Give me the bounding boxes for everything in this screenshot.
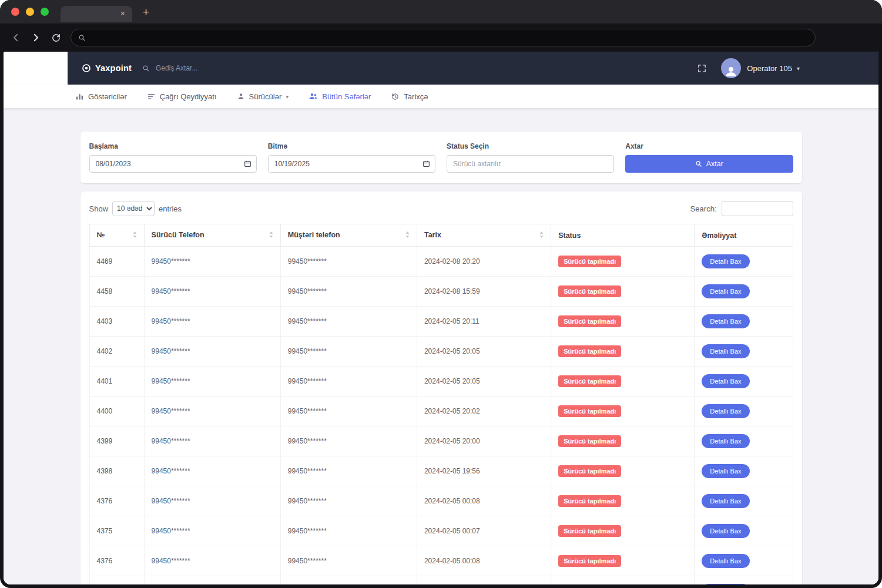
action-cell: Detallı Bax (695, 337, 793, 367)
date-cell: 2024-02-05 00:08 (417, 486, 551, 516)
close-window-button[interactable] (11, 8, 19, 16)
detail-button[interactable]: Detallı Bax (702, 584, 749, 584)
detail-button[interactable]: Detallı Bax (702, 314, 749, 328)
start-date-input[interactable] (89, 155, 257, 173)
menu-item-tarixce[interactable]: Tarixçə (391, 92, 428, 101)
menu-item-suruculer[interactable]: Sürücülər ▾ (237, 92, 289, 101)
trip-search-input[interactable] (155, 63, 243, 73)
column-header-status[interactable]: Status (551, 224, 695, 247)
table-row: 4376 99450******* 99450******* 2024-02-0… (89, 546, 793, 576)
date-cell: 2024-02-08 15:59 (417, 277, 551, 307)
detail-button[interactable]: Detallı Bax (702, 254, 749, 268)
action-cell: Detallı Bax (695, 516, 793, 546)
axtar-label: Axtar (625, 142, 793, 150)
detail-button[interactable]: Detallı Bax (702, 464, 749, 478)
date-cell: 2024-02-05 20:05 (417, 337, 551, 367)
trips-icon (308, 92, 318, 101)
brand-target-icon (82, 63, 91, 73)
table-body: 4469 99450******* 99450******* 2024-02-0… (89, 247, 793, 585)
action-cell: Detallı Bax (695, 247, 793, 277)
column-header-action[interactable]: Əməliyyat (695, 224, 793, 247)
status-badge: Sürücü tapılmadı (558, 345, 621, 357)
column-header-date[interactable]: Tarix (417, 224, 551, 247)
status-cell: Sürücü tapılmadı (551, 486, 695, 516)
table-card: Show 10 ədəd entries Search: (81, 191, 802, 584)
trip-number-cell: 4375 (89, 576, 144, 585)
detail-button[interactable]: Detallı Bax (702, 554, 749, 568)
action-cell: Detallı Bax (695, 456, 793, 486)
column-header-customer-phone[interactable]: Müştəri telefon (280, 224, 417, 247)
brand-logo[interactable]: Yaxpoint (82, 63, 132, 73)
status-select-input[interactable] (447, 155, 614, 173)
driver-phone-cell: 99450******* (144, 546, 280, 576)
browser-toolbar (0, 23, 882, 52)
filter-end-date: Bitmə (268, 142, 435, 173)
detail-button[interactable]: Detallı Bax (702, 524, 749, 538)
status-badge: Sürücü tapılmadı (558, 495, 621, 507)
page-size-select[interactable]: 10 ədəd (112, 201, 155, 216)
detail-button[interactable]: Detallı Bax (702, 344, 749, 358)
action-cell: Detallı Bax (695, 277, 793, 307)
back-icon (11, 32, 21, 43)
fullscreen-button[interactable] (697, 63, 707, 73)
user-menu[interactable]: Operator 105 ▾ (721, 58, 800, 78)
status-badge: Sürücü tapılmadı (558, 525, 621, 537)
customer-phone-cell: 99450******* (280, 337, 417, 367)
user-icon (724, 64, 738, 78)
table-row: 4375 99450******* 99450******* 2024-02-0… (89, 576, 793, 585)
reload-button[interactable] (46, 28, 66, 48)
driver-phone-cell: 99450******* (144, 277, 280, 307)
customer-phone-cell: 99450******* (280, 426, 417, 456)
table-search-input[interactable] (722, 201, 793, 216)
axtar-button[interactable]: Axtar (625, 155, 793, 173)
end-date-input[interactable] (268, 155, 435, 173)
menu-item-gostericiler[interactable]: Göstəricilər (75, 92, 127, 101)
address-bar[interactable] (71, 29, 816, 46)
trips-table: № Sürücü Telefon Müştəri telefon (89, 224, 793, 584)
menu-item-cagri-qeydiyyati[interactable]: Çağrı Qeydiyyatı (147, 92, 217, 101)
browser-tab[interactable]: × (61, 6, 132, 22)
url-input[interactable] (90, 33, 808, 42)
maximize-window-button[interactable] (41, 8, 49, 16)
detail-button[interactable]: Detallı Bax (702, 284, 749, 298)
detail-button[interactable]: Detallı Bax (702, 434, 749, 448)
detail-button[interactable]: Detallı Bax (702, 374, 749, 388)
customer-phone-cell: 99450******* (280, 486, 417, 516)
detail-button[interactable]: Detallı Bax (702, 404, 749, 418)
menu-item-butun-seferler[interactable]: Bütün Səfərlər (308, 92, 371, 101)
column-header-driver-phone[interactable]: Sürücü Telefon (144, 224, 280, 247)
menu-item-label: Göstəricilər (88, 92, 127, 101)
column-header-no[interactable]: № (89, 224, 144, 247)
back-button[interactable] (6, 28, 26, 48)
detail-button[interactable]: Detallı Bax (702, 494, 749, 508)
status-badge: Sürücü tapılmadı (558, 465, 621, 477)
reload-icon (51, 33, 61, 43)
table-row: 4469 99450******* 99450******* 2024-02-0… (89, 247, 793, 277)
status-badge: Sürücü tapılmadı (558, 256, 621, 267)
date-cell: 2024-02-05 20:02 (417, 397, 551, 426)
trip-search (142, 63, 243, 73)
tab-close-icon[interactable]: × (119, 9, 127, 18)
page-viewport: Yaxpoint Operator 105 ▾ (4, 52, 878, 584)
customer-phone-cell: 99450******* (280, 516, 417, 546)
sort-icon (405, 231, 410, 240)
status-cell: Sürücü tapılmadı (551, 277, 695, 307)
trip-number-cell: 4403 (89, 307, 144, 337)
status-badge: Sürücü tapılmadı (558, 555, 621, 567)
driver-phone-cell: 99450******* (144, 337, 280, 367)
table-header-row: № Sürücü Telefon Müştəri telefon (89, 224, 793, 247)
entries-label: entries (159, 204, 182, 213)
driver-phone-cell: 99450******* (144, 576, 280, 585)
trip-number-cell: 4401 (89, 367, 144, 397)
action-cell: Detallı Bax (695, 486, 793, 516)
new-tab-button[interactable]: + (140, 6, 152, 18)
forward-button[interactable] (26, 28, 46, 48)
trip-number-cell: 4458 (89, 277, 144, 307)
status-cell: Sürücü tapılmadı (551, 426, 695, 456)
trip-number-cell: 4469 (89, 247, 144, 277)
date-cell: 2024-02-05 20:11 (417, 307, 551, 337)
minimize-window-button[interactable] (26, 8, 34, 16)
table-row: 4402 99450******* 99450******* 2024-02-0… (89, 337, 793, 367)
date-cell: 2024-02-05 19:56 (417, 456, 551, 486)
avatar (721, 58, 741, 78)
